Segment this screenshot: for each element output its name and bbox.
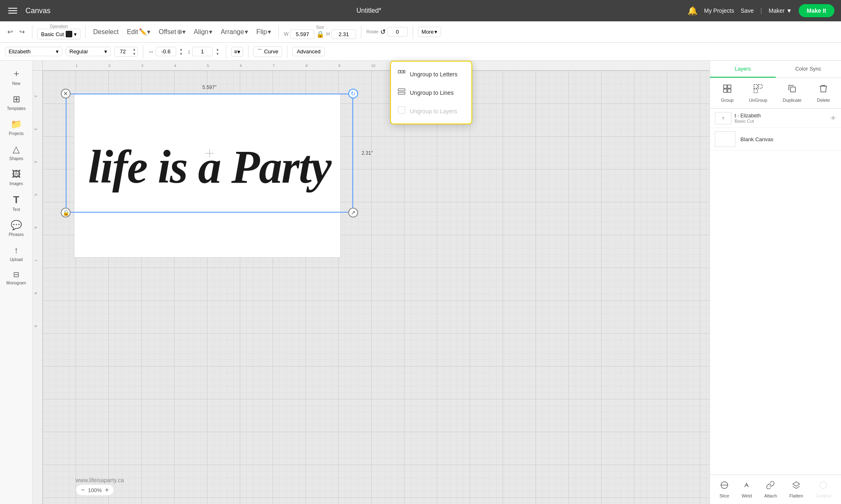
nav-right: 🔔 My Projects Save | Maker ▼ Make It xyxy=(687,4,834,17)
arrange-button[interactable]: Arrange ▾ xyxy=(218,26,250,37)
letter-space-input[interactable] xyxy=(156,47,176,56)
ungroup-letters-icon xyxy=(398,69,406,79)
sidebar-item-phrases[interactable]: 💬 Phrases xyxy=(2,217,31,240)
sidebar-item-text[interactable]: T Text xyxy=(2,191,31,215)
height-input[interactable] xyxy=(331,30,356,39)
operation-select[interactable]: Basic Cut ▾ xyxy=(37,29,80,39)
zoom-control: − 100% + xyxy=(76,484,114,496)
tab-layers[interactable]: Layers xyxy=(710,61,776,78)
notification-icon[interactable]: 🔔 xyxy=(687,6,698,16)
advanced-button[interactable]: Advanced xyxy=(292,47,325,56)
font-sep-4 xyxy=(287,45,287,58)
attach-icon xyxy=(766,481,775,492)
letter-space-up[interactable]: ▲ xyxy=(178,47,184,52)
font-size-stepper: ▲ ▼ xyxy=(131,47,138,56)
line-space-control: ↕ ▲ ▼ xyxy=(188,47,221,56)
lock-handle[interactable]: 🔒 xyxy=(61,208,71,218)
delete-action[interactable]: Delete xyxy=(813,81,834,105)
svg-rect-5 xyxy=(754,85,758,88)
blank-canvas-thumbnail xyxy=(715,131,735,147)
tab-color-sync[interactable]: Color Sync xyxy=(776,61,841,78)
ungroup-action[interactable]: UnGroup xyxy=(745,81,772,105)
upload-icon: ↑ xyxy=(14,245,18,256)
font-size-input[interactable] xyxy=(115,47,131,56)
make-it-button[interactable]: Make It xyxy=(799,4,834,17)
svg-rect-3 xyxy=(724,89,727,92)
my-projects-button[interactable]: My Projects xyxy=(704,7,734,14)
curve-button[interactable]: ⌒ Curve xyxy=(253,46,282,57)
hamburger-menu[interactable] xyxy=(7,6,19,15)
sidebar-item-images[interactable]: 🖼 Images xyxy=(2,166,31,189)
rotate-input[interactable] xyxy=(387,27,408,37)
sidebar-item-shapes[interactable]: △ Shapes xyxy=(2,141,31,164)
ruler-corner xyxy=(33,61,43,71)
offset-button[interactable]: Offset ⊕▾ xyxy=(156,26,188,37)
svg-rect-17 xyxy=(398,92,405,94)
panel-actions: Group UnGroup Duplicate xyxy=(710,78,841,109)
right-panel: Layers Color Sync Group xyxy=(710,61,841,504)
deselect-button[interactable]: Deselect xyxy=(91,27,121,37)
slice-icon xyxy=(720,481,729,492)
font-select[interactable]: Elizabeth ▾ xyxy=(5,47,62,56)
zoom-out-button[interactable]: − xyxy=(81,486,85,494)
more-button[interactable]: More ▾ xyxy=(418,27,441,37)
align-button[interactable]: Align ▾ xyxy=(191,26,215,37)
svg-text:life is a Party: life is a Party xyxy=(88,141,332,193)
zoom-in-button[interactable]: + xyxy=(105,486,109,494)
edit-button[interactable]: Edit ✏️▾ xyxy=(124,26,153,37)
width-label: W xyxy=(284,31,288,37)
line-space-input[interactable] xyxy=(192,47,213,56)
save-button[interactable]: Save xyxy=(741,7,754,14)
line-space-up[interactable]: ▲ xyxy=(214,47,221,52)
watermark: www.lifeisaparty.ca xyxy=(76,477,124,483)
canvas-content: 5.597" 2.31" ✕ ↻ 🔒 ↗ life is a Party xyxy=(43,71,710,504)
doc-title: Untitled* xyxy=(57,7,681,14)
layer-thumbnail-0: T xyxy=(715,112,731,124)
slice-action[interactable]: Slice xyxy=(715,478,733,501)
toolbar-separator-5 xyxy=(413,25,413,39)
group-action[interactable]: Group xyxy=(717,81,738,105)
svg-rect-16 xyxy=(398,89,405,91)
contour-label: Contour xyxy=(816,493,832,498)
undo-button[interactable]: ↩ xyxy=(5,26,15,37)
close-handle[interactable]: ✕ xyxy=(61,89,71,99)
redo-button[interactable]: ↪ xyxy=(17,26,27,37)
new-icon: ＋ xyxy=(12,67,21,80)
sidebar-item-new[interactable]: ＋ New xyxy=(2,64,31,89)
flatten-action[interactable]: Flatten xyxy=(785,478,807,501)
line-space-down[interactable]: ▼ xyxy=(214,52,221,56)
flip-button[interactable]: Flip ▾ xyxy=(254,26,273,37)
layer-item-0[interactable]: T t - Elizabeth Basic Cut 👁 xyxy=(710,109,841,128)
ungroup-to-letters-item[interactable]: Ungroup to Letters xyxy=(391,65,471,83)
toolbar-separator-4 xyxy=(361,25,361,39)
style-select[interactable]: Regular ▾ xyxy=(66,47,111,56)
weld-label: Weld xyxy=(742,493,752,498)
monogram-icon: ⊟ xyxy=(13,270,19,279)
ungroup-lines-icon xyxy=(398,87,406,98)
letter-space-down[interactable]: ▼ xyxy=(178,52,184,56)
width-input[interactable] xyxy=(290,30,315,39)
duplicate-action[interactable]: Duplicate xyxy=(779,81,806,105)
ungroup-to-lines-item[interactable]: Ungroup to Lines xyxy=(391,83,471,102)
contour-action[interactable]: Contour xyxy=(811,478,836,501)
font-size-up[interactable]: ▲ xyxy=(131,47,138,52)
canvas-area[interactable]: 1 2 3 4 5 6 7 8 9 10 2 3 4 5 6 7 8 9 xyxy=(33,61,710,504)
panel-tabs: Layers Color Sync xyxy=(710,61,841,78)
color-swatch[interactable] xyxy=(66,31,72,37)
weld-action[interactable]: Weld xyxy=(738,478,756,501)
rotate-handle[interactable]: ↻ xyxy=(348,89,358,99)
sidebar-item-monogram[interactable]: ⊟ Monogram xyxy=(2,267,31,289)
lock-icon[interactable]: 🔒 xyxy=(316,30,324,38)
layer-sub-0: Basic Cut xyxy=(735,119,827,124)
alignment-button[interactable]: ≡▾ xyxy=(231,47,243,57)
attach-action[interactable]: Attach xyxy=(760,478,781,501)
size-label: Size xyxy=(316,25,324,30)
sidebar-item-templates[interactable]: ⊞ Templates xyxy=(2,91,31,114)
scale-handle[interactable]: ↗ xyxy=(348,208,358,218)
maker-button[interactable]: Maker ▼ xyxy=(769,7,792,14)
phrases-icon: 💬 xyxy=(11,220,22,231)
sidebar-item-upload[interactable]: ↑ Upload xyxy=(2,242,31,265)
sidebar-item-projects[interactable]: 📁 Projects xyxy=(2,116,31,139)
font-size-down[interactable]: ▼ xyxy=(131,52,138,56)
visibility-icon-0[interactable]: 👁 xyxy=(830,115,836,121)
